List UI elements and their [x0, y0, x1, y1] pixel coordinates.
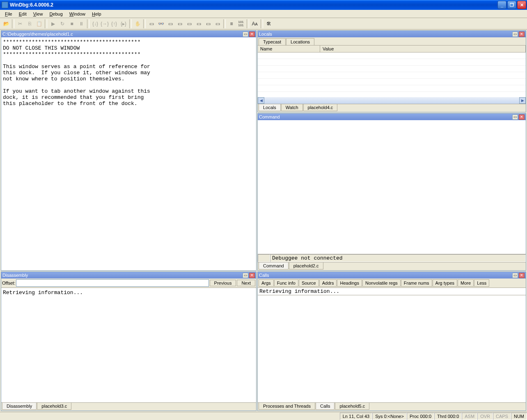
stop-icon[interactable]: ■: [67, 19, 76, 28]
command-prompt-cell: [258, 254, 270, 262]
locals-top-tabs: Typecast Locations: [258, 37, 526, 46]
disassembly-pane: Disassembly ▭ ✕ Offset: Previous Next Re…: [1, 272, 257, 411]
source-pane: C:\Debuggers\themes\placehold1.c ▭ ✕ ***…: [1, 30, 257, 271]
next-button[interactable]: Next: [237, 280, 255, 286]
btn-frame-nums[interactable]: Frame nums: [401, 279, 432, 287]
dock-icon[interactable]: ▭: [243, 273, 248, 278]
status-caps: CAPS: [493, 413, 511, 420]
btn-func-info[interactable]: Func info: [274, 279, 298, 287]
run-to-cursor-icon[interactable]: {▸}: [119, 19, 128, 28]
go-icon[interactable]: ▶: [48, 19, 57, 28]
options-icon[interactable]: 🛠: [264, 19, 273, 28]
command-pane: Command ▭ ✕ Debuggee not connected Comma…: [257, 113, 526, 271]
registers-window-icon[interactable]: ▭: [175, 19, 184, 28]
col-value[interactable]: Value: [320, 46, 526, 52]
tab-locations[interactable]: Locations: [286, 38, 314, 45]
callstack-window-icon[interactable]: ▭: [194, 19, 203, 28]
step-out-icon[interactable]: {↑}: [110, 19, 119, 28]
status-proc: Proc 000:0: [407, 413, 434, 420]
calls-buttons: Args Func info Source Addrs Headings Non…: [258, 278, 526, 288]
tab-watch[interactable]: Watch: [281, 104, 303, 111]
locals-header: Name Value: [258, 46, 526, 52]
menu-view[interactable]: View: [30, 11, 46, 17]
dock-icon[interactable]: ▭: [512, 32, 518, 37]
dock-icon[interactable]: ▭: [243, 32, 248, 37]
menu-edit[interactable]: Edit: [16, 11, 30, 17]
calls-pane-titlebar[interactable]: Calls ▭ ✕: [258, 272, 526, 278]
tab-locals[interactable]: Locals: [259, 104, 281, 111]
offset-input[interactable]: [16, 279, 209, 287]
disasm-window-icon[interactable]: ▭: [204, 19, 213, 28]
status-sys: Sys 0:<None>: [372, 413, 407, 420]
breakpoint-icon[interactable]: ✋: [133, 19, 142, 28]
locals-pane-title: Locals: [259, 32, 511, 37]
minimize-button[interactable]: _: [497, 1, 506, 9]
source-pane-titlebar[interactable]: C:\Debuggers\themes\placehold1.c ▭ ✕: [1, 31, 256, 37]
close-icon[interactable]: ✕: [249, 32, 255, 37]
app-icon: [2, 2, 8, 8]
disasm-pane-titlebar[interactable]: Disassembly ▭ ✕: [1, 272, 256, 278]
calls-body[interactable]: [258, 295, 526, 402]
dock-icon[interactable]: ▭: [512, 114, 518, 120]
menu-help[interactable]: Help: [89, 11, 105, 17]
btn-nonvolatile[interactable]: Nonvolatile regs: [362, 279, 401, 287]
menu-file[interactable]: File: [2, 11, 16, 17]
step-into-icon[interactable]: {↓}: [91, 19, 100, 28]
restart-icon[interactable]: ↻: [58, 19, 67, 28]
window-titlebar: WinDbg:6.4.0006.2 _ ❐ ✕: [0, 0, 527, 10]
close-icon[interactable]: ✕: [519, 32, 525, 37]
btn-arg-types[interactable]: Arg types: [433, 279, 457, 287]
previous-button[interactable]: Previous: [210, 280, 236, 286]
btn-less[interactable]: Less: [474, 279, 489, 287]
break-icon[interactable]: ⏸: [77, 19, 86, 28]
tab-disassembly[interactable]: Disassembly: [2, 403, 37, 410]
btn-source[interactable]: Source: [299, 279, 319, 287]
command-output[interactable]: [258, 120, 526, 254]
close-icon[interactable]: ✕: [249, 273, 255, 278]
calls-pane: Calls ▭ ✕ Args Func info Source Addrs He…: [257, 272, 526, 411]
scratch-window-icon[interactable]: ▭: [213, 19, 222, 28]
tab-placehold5[interactable]: placehold5.c: [335, 403, 369, 410]
locals-window-icon[interactable]: ▭: [166, 19, 175, 28]
font-icon[interactable]: Aᴀ: [250, 19, 259, 28]
paste-icon[interactable]: 📋: [34, 19, 44, 28]
maximize-button[interactable]: ❐: [507, 1, 516, 9]
source-text[interactable]: ****************************************…: [1, 37, 256, 108]
btn-headings[interactable]: Headings: [337, 279, 362, 287]
source-mode-icon[interactable]: ≡: [227, 19, 236, 28]
cut-icon[interactable]: ✂: [16, 19, 25, 28]
tab-calls[interactable]: Calls: [316, 403, 335, 410]
close-button[interactable]: ✕: [517, 1, 526, 9]
tab-placehold4[interactable]: placehold4.c: [303, 104, 338, 111]
close-icon[interactable]: ✕: [519, 114, 525, 120]
tab-typecast[interactable]: Typecast: [259, 38, 286, 45]
status-thrd: Thrd 000:0: [434, 413, 462, 420]
col-name[interactable]: Name: [258, 46, 320, 52]
command-window-icon[interactable]: ▭: [147, 19, 156, 28]
tab-placehold3[interactable]: placehold3.c: [37, 403, 71, 410]
btn-args[interactable]: Args: [259, 279, 274, 287]
locals-hscroll[interactable]: ◀ ▶: [258, 97, 526, 104]
menu-window[interactable]: Window: [66, 11, 89, 17]
locals-pane-titlebar[interactable]: Locals ▭ ✕: [258, 31, 526, 37]
tab-command[interactable]: Command: [259, 262, 289, 269]
open-icon[interactable]: 📂: [2, 19, 11, 28]
dock-icon[interactable]: ▭: [512, 273, 518, 278]
watch-window-icon[interactable]: 👓: [156, 19, 165, 28]
btn-more[interactable]: More: [458, 279, 474, 287]
tab-processes-threads[interactable]: Processes and Threads: [259, 403, 315, 410]
scroll-left-icon[interactable]: ◀: [258, 97, 264, 104]
binary-icon[interactable]: 101101: [236, 19, 245, 28]
scroll-right-icon[interactable]: ▶: [519, 97, 526, 104]
command-status: Debuggee not connected: [270, 254, 526, 262]
tab-placehold2[interactable]: placehold2.c: [289, 262, 323, 269]
step-over-icon[interactable]: {→}: [100, 19, 109, 28]
locals-grid[interactable]: [258, 52, 526, 97]
menu-debug[interactable]: Debug: [46, 11, 66, 17]
btn-addrs[interactable]: Addrs: [319, 279, 337, 287]
memory-window-icon[interactable]: ▭: [185, 19, 194, 28]
copy-icon[interactable]: ⎘: [25, 19, 34, 28]
command-pane-titlebar[interactable]: Command ▭ ✕: [258, 114, 526, 120]
close-icon[interactable]: ✕: [519, 273, 525, 278]
status-bar: Ln 11, Col 43 Sys 0:<None> Proc 000:0 Th…: [0, 412, 527, 420]
